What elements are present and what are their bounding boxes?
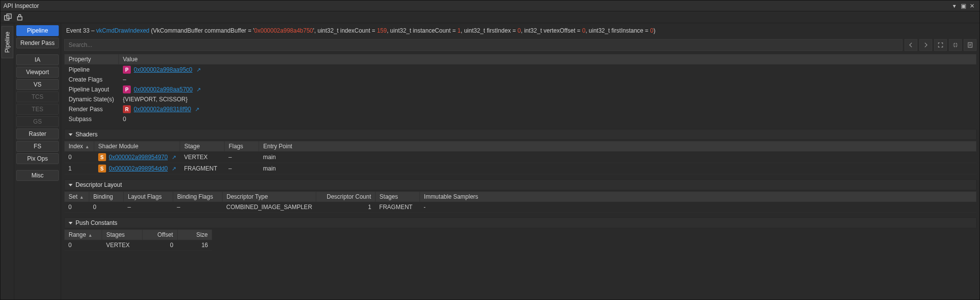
col-stages[interactable]: Stages xyxy=(102,230,143,240)
pipeline-badge-icon: P xyxy=(123,66,131,74)
sort-asc-icon: ▲ xyxy=(88,233,92,238)
sidebar-item-misc[interactable]: Misc xyxy=(16,170,59,181)
event-function: vkCmdDrawIndexed xyxy=(96,27,150,34)
vertical-tabs: Pipeline xyxy=(0,23,14,300)
collapse-icon[interactable] xyxy=(949,39,962,51)
event-arg-firstindex: 0 xyxy=(518,27,521,34)
nav-prev-icon[interactable] xyxy=(905,39,917,51)
section-header-shaders[interactable]: Shaders xyxy=(64,129,977,140)
event-summary: Event 33 – vkCmdDrawIndexed (VkCommandBu… xyxy=(61,23,980,38)
section-title: Push Constants xyxy=(75,219,117,226)
property-row: Create Flags – xyxy=(65,75,977,85)
toolbar xyxy=(0,11,980,23)
sidebar: Pipeline Render Pass IA Viewport VS TCS … xyxy=(14,23,61,300)
window-close-icon[interactable]: ✕ xyxy=(968,1,977,10)
external-link-icon[interactable]: ↗ xyxy=(195,106,199,113)
search-input[interactable] xyxy=(64,39,903,51)
col-size[interactable]: Size xyxy=(177,230,212,240)
property-row: Render Pass R0x000002a998318f90↗ xyxy=(65,104,977,115)
event-seg-open: (VkCommandBuffer commandBuffer = ' xyxy=(151,27,254,34)
sidebar-item-pix-ops[interactable]: Pix Ops xyxy=(16,153,59,164)
event-arg-indexcount: 159 xyxy=(377,27,387,34)
section-title: Descriptor Layout xyxy=(75,181,122,188)
event-arg-commandbuffer: 0x000002a998a4b750 xyxy=(254,27,313,34)
sidebar-item-ia[interactable]: IA xyxy=(16,54,59,65)
property-key: Subpass xyxy=(65,115,119,124)
property-key: Pipeline xyxy=(65,65,119,75)
col-immutable-samplers[interactable]: Immutable Samplers xyxy=(420,192,977,202)
window-pin-icon[interactable]: ▾ xyxy=(950,1,959,10)
render-pass-badge-icon: R xyxy=(123,105,131,113)
col-offset[interactable]: Offset xyxy=(143,230,177,240)
col-flags[interactable]: Flags xyxy=(225,141,259,152)
api-inspector-window: API Inspector ▾ ▣ ✕ Pipeline Pipeline Re… xyxy=(0,0,980,300)
col-index[interactable]: Index▲ xyxy=(65,141,94,152)
sort-asc-icon: ▲ xyxy=(79,195,84,200)
col-descriptor-type[interactable]: Descriptor Type xyxy=(223,192,316,202)
property-table: Property Value Pipeline P0x000002a998aa9… xyxy=(64,54,977,124)
titlebar: API Inspector ▾ ▣ ✕ xyxy=(0,0,980,11)
popout-icon[interactable] xyxy=(3,13,12,22)
col-binding-flags[interactable]: Binding Flags xyxy=(173,192,223,202)
shader-module-link[interactable]: 0x000002a998954dd0 xyxy=(109,165,168,172)
chevron-down-icon xyxy=(69,222,73,224)
event-arg-instancecount: 1 xyxy=(457,27,461,34)
col-layout-flags[interactable]: Layout Flags xyxy=(124,192,173,202)
section-header-descriptor[interactable]: Descriptor Layout xyxy=(64,179,977,190)
col-module[interactable]: Shader Module xyxy=(94,141,180,152)
property-key: Render Pass xyxy=(65,104,119,115)
shader-module-link[interactable]: 0x000002a998954970 xyxy=(109,154,168,161)
property-value: – xyxy=(119,75,977,85)
export-icon[interactable] xyxy=(964,39,977,51)
table-row: 0 VERTEX 0 16 xyxy=(65,240,212,251)
external-link-icon[interactable]: ↗ xyxy=(172,154,176,161)
shader-badge-icon: S xyxy=(98,153,106,161)
event-prefix: Event 33 – xyxy=(66,27,96,34)
sidebar-item-tes: TES xyxy=(16,104,59,115)
sidebar-item-pipeline[interactable]: Pipeline xyxy=(16,25,59,36)
property-key: Create Flags xyxy=(65,75,119,85)
sort-asc-icon: ▲ xyxy=(85,144,89,149)
col-range[interactable]: Range▲ xyxy=(65,230,102,240)
external-link-icon[interactable]: ↗ xyxy=(196,67,201,73)
sidebar-item-raster[interactable]: Raster xyxy=(16,129,59,139)
sidebar-item-vs[interactable]: VS xyxy=(16,79,59,90)
sidebar-item-render-pass[interactable]: Render Pass xyxy=(16,38,59,48)
property-key: Dynamic State(s) xyxy=(65,95,119,104)
col-descriptor-count[interactable]: Descriptor Count xyxy=(316,192,376,202)
pipeline-layout-link[interactable]: 0x000002a998aa5700 xyxy=(134,86,192,93)
external-link-icon[interactable]: ↗ xyxy=(196,86,201,93)
property-key: Pipeline Layout xyxy=(65,85,119,95)
push-constants-table: Range▲ Stages Offset Size 0 VERTEX 0 16 xyxy=(64,229,212,251)
body: Pipeline Pipeline Render Pass IA Viewpor… xyxy=(0,23,980,300)
content-area: Property Value Pipeline P0x000002a998aa9… xyxy=(61,52,980,300)
render-pass-link[interactable]: 0x000002a998318f90 xyxy=(134,106,191,113)
lock-icon[interactable] xyxy=(15,13,24,22)
col-stage[interactable]: Stage xyxy=(180,141,225,152)
external-link-icon[interactable]: ↗ xyxy=(172,166,176,172)
col-entry[interactable]: Entry Point xyxy=(259,141,977,152)
property-header-property: Property xyxy=(65,54,119,65)
property-row: Pipeline Layout P0x000002a998aa5700↗ xyxy=(65,85,977,95)
table-row: 0 S0x000002a998954970↗ VERTEX – main xyxy=(65,152,977,163)
table-row: 0 0 – – COMBINED_IMAGE_SAMPLER 1 FRAGMEN… xyxy=(65,202,977,213)
main-panel: Event 33 – vkCmdDrawIndexed (VkCommandBu… xyxy=(61,23,980,300)
section-title: Shaders xyxy=(75,131,98,138)
pipeline-layout-badge-icon: P xyxy=(123,86,131,93)
pipeline-link[interactable]: 0x000002a998aa95c0 xyxy=(134,66,192,73)
sidebar-item-tcs: TCS xyxy=(16,91,59,102)
window-title: API Inspector xyxy=(3,2,39,9)
sidebar-item-gs: GS xyxy=(16,116,59,127)
section-header-push-constants[interactable]: Push Constants xyxy=(64,217,977,228)
property-row: Subpass 0 xyxy=(65,115,977,124)
vertical-tab-pipeline[interactable]: Pipeline xyxy=(1,26,13,58)
expand-icon[interactable] xyxy=(934,39,947,51)
sidebar-item-viewport[interactable]: Viewport xyxy=(16,67,59,78)
sidebar-item-fs[interactable]: FS xyxy=(16,141,59,152)
col-stages[interactable]: Stages xyxy=(376,192,420,202)
col-binding[interactable]: Binding xyxy=(89,192,124,202)
nav-next-icon[interactable] xyxy=(919,39,932,51)
col-set[interactable]: Set▲ xyxy=(65,192,89,202)
window-restore-icon[interactable]: ▣ xyxy=(959,1,968,10)
chevron-down-icon xyxy=(69,184,73,186)
